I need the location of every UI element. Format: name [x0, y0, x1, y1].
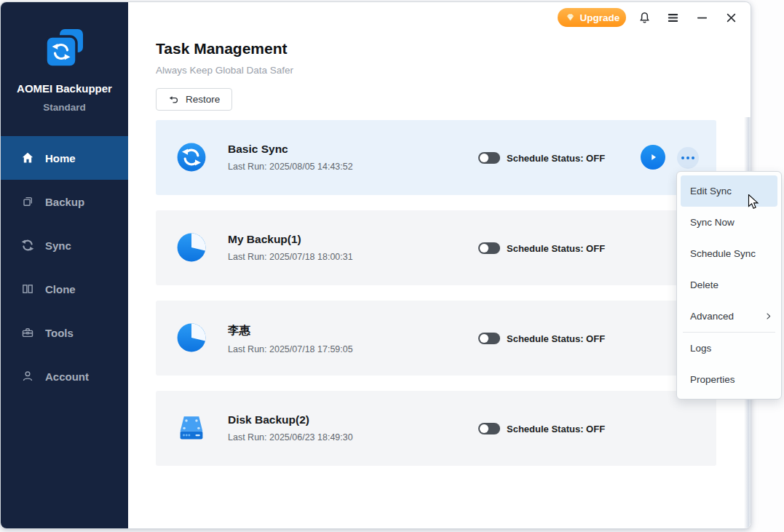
app-window: AOMEI Backupper Standard Home Backup Syn… — [0, 1, 751, 529]
task-text: Basic Sync Last Run: 2025/08/05 14:43:52 — [228, 143, 353, 172]
schedule-toggle[interactable] — [478, 333, 500, 344]
schedule-status-label: Schedule Status: OFF — [507, 333, 605, 344]
schedule-toggle[interactable] — [478, 242, 500, 254]
menu-item-logs[interactable]: Logs — [677, 333, 781, 364]
menu-item-delete[interactable]: Delete — [677, 269, 781, 301]
sidebar-item-label: Backup — [45, 196, 84, 208]
task-name: Disk Backup(2) — [228, 413, 353, 426]
page-subtitle: Always Keep Global Data Safer — [156, 65, 751, 76]
app-logo — [41, 25, 88, 72]
schedule-status-label: Schedule Status: OFF — [507, 424, 605, 434]
ellipsis-icon — [686, 156, 689, 159]
task-last-run: Last Run: 2025/06/23 18:49:30 — [228, 432, 353, 442]
sidebar-item-backup[interactable]: Backup — [1, 180, 128, 223]
more-actions-button[interactable] — [677, 147, 699, 169]
task-row-disk-backup-2: Disk Backup(2) Last Run: 2025/06/23 18:4… — [156, 391, 716, 466]
pie-disk-icon — [175, 231, 207, 263]
task-row-li-hui: 李惠 Last Run: 2025/07/18 17:59:05 Schedul… — [156, 301, 716, 376]
task-name: 李惠 — [228, 323, 353, 338]
bell-icon — [637, 10, 652, 25]
desktop: AOMEI Backupper Standard Home Backup Syn… — [0, 0, 784, 532]
restore-label: Restore — [186, 94, 220, 105]
clone-panels-icon — [20, 282, 35, 296]
notifications-button[interactable] — [633, 7, 655, 28]
menu-item-schedule-sync[interactable]: Schedule Sync — [677, 238, 781, 269]
task-row-basic-sync: Basic Sync Last Run: 2025/08/05 14:43:52… — [156, 120, 716, 195]
menu-item-properties[interactable]: Properties — [677, 364, 781, 395]
play-icon — [646, 151, 660, 164]
sidebar-item-label: Home — [45, 152, 76, 164]
toolbox-icon — [20, 325, 35, 340]
page-title: Task Management — [156, 40, 751, 57]
restore-button[interactable]: Restore — [156, 88, 232, 111]
menu-item-edit-sync[interactable]: Edit Sync — [681, 175, 777, 207]
sidebar-nav: Home Backup Sync Clone Tools — [1, 136, 128, 398]
minimize-icon — [694, 10, 710, 25]
main-menu-button[interactable] — [662, 7, 684, 28]
sidebar-item-clone[interactable]: Clone — [1, 267, 128, 311]
task-name: My Backup(1) — [228, 233, 353, 246]
task-row-my-backup-1: My Backup(1) Last Run: 2025/07/18 18:00:… — [156, 210, 716, 285]
undo-restore-icon — [168, 94, 180, 106]
sidebar-item-label: Tools — [45, 327, 74, 339]
sidebar: AOMEI Backupper Standard Home Backup Syn… — [1, 2, 128, 528]
sidebar-item-label: Clone — [45, 283, 76, 295]
task-list: Basic Sync Last Run: 2025/08/05 14:43:52… — [156, 120, 716, 466]
pie-disk-icon — [175, 322, 207, 354]
task-text: My Backup(1) Last Run: 2025/07/18 18:00:… — [228, 233, 353, 262]
schedule-toggle[interactable] — [478, 152, 500, 164]
backup-copy-icon — [20, 194, 35, 209]
minimize-button[interactable] — [691, 7, 713, 28]
sidebar-item-tools[interactable]: Tools — [1, 311, 128, 354]
sidebar-item-account[interactable]: Account — [1, 354, 128, 398]
sidebar-item-sync[interactable]: Sync — [1, 223, 128, 267]
schedule-status-label: Schedule Status: OFF — [507, 243, 605, 254]
sync-arrows-icon — [20, 238, 35, 253]
menu-item-label: Advanced — [690, 311, 734, 322]
schedule-status-label: Schedule Status: OFF — [507, 153, 605, 164]
schedule-toggle[interactable] — [478, 423, 500, 434]
upgrade-button[interactable]: Upgrade — [558, 8, 626, 27]
brand-name: AOMEI Backupper — [1, 82, 128, 95]
task-last-run: Last Run: 2025/07/18 18:00:31 — [228, 252, 353, 262]
task-text: Disk Backup(2) Last Run: 2025/06/23 18:4… — [228, 413, 353, 442]
task-text: 李惠 Last Run: 2025/07/18 17:59:05 — [228, 323, 353, 354]
main-content: Upgrade Task Management Always Keep Glob… — [128, 2, 751, 528]
submenu-chevron-icon — [764, 311, 773, 321]
hard-disk-icon — [175, 412, 207, 444]
task-name: Basic Sync — [228, 143, 353, 156]
sidebar-item-home[interactable]: Home — [1, 136, 128, 180]
close-icon — [724, 10, 739, 25]
person-icon — [20, 369, 35, 384]
sidebar-item-label: Account — [45, 370, 89, 383]
sync-circle-icon — [175, 141, 207, 173]
edition-label: Standard — [1, 102, 128, 113]
task-context-menu: Edit Sync Sync Now Schedule Sync Delete … — [676, 171, 782, 400]
task-last-run: Last Run: 2025/08/05 14:43:52 — [228, 162, 353, 172]
run-task-button[interactable] — [641, 145, 665, 170]
home-icon — [20, 151, 35, 165]
upgrade-label: Upgrade — [580, 12, 620, 23]
sidebar-item-label: Sync — [45, 239, 71, 252]
close-button[interactable] — [720, 7, 742, 28]
titlebar: Upgrade — [128, 2, 751, 34]
hamburger-menu-icon — [665, 10, 681, 25]
gem-icon — [564, 12, 577, 24]
menu-item-sync-now[interactable]: Sync Now — [677, 207, 781, 238]
menu-item-advanced[interactable]: Advanced — [677, 301, 781, 332]
task-last-run: Last Run: 2025/07/18 17:59:05 — [228, 344, 353, 354]
